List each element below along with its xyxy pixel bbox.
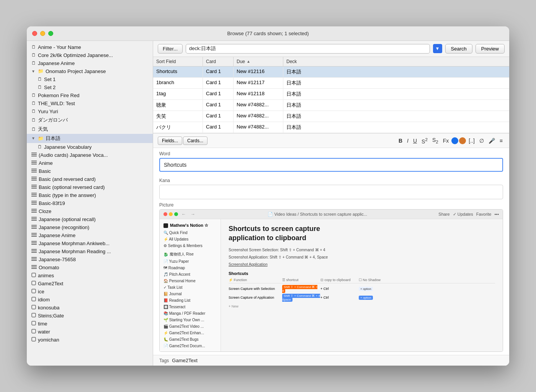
sidebar-item[interactable]: Japanese Anime bbox=[27, 231, 153, 239]
sidebar-item-label: Game2Text bbox=[38, 281, 63, 286]
sidebar-item[interactable]: Basic (and reversed card) bbox=[27, 175, 153, 183]
item-icon bbox=[31, 249, 37, 254]
table-row[interactable]: 失笑Card 1New #74882...日本語 bbox=[153, 111, 509, 122]
table-row[interactable]: バクリCard 1New #74882...日本語 bbox=[153, 122, 509, 133]
menu-button[interactable]: ≡ bbox=[498, 137, 505, 145]
sidebar-item[interactable]: Onomato bbox=[27, 264, 153, 272]
mini-more: ••• bbox=[494, 212, 499, 217]
preview-button[interactable]: Preview bbox=[476, 44, 505, 54]
minimize-button[interactable] bbox=[40, 31, 45, 36]
sidebar-item[interactable]: ▼📁Onomato Project Japanese bbox=[27, 67, 153, 75]
sidebar-item[interactable]: (Audio cards) Japanese Voca... bbox=[27, 151, 153, 159]
fx-button[interactable]: Fx bbox=[441, 137, 451, 145]
svg-rect-28 bbox=[31, 226, 37, 227]
table-row[interactable]: 1tagCard 1New #12118日本語 bbox=[153, 89, 509, 100]
filter-button[interactable]: Filter... bbox=[158, 44, 183, 54]
italic-button[interactable]: I bbox=[405, 137, 410, 145]
bold-button[interactable]: B bbox=[397, 137, 404, 145]
sidebar-item-label: Basic (and reversed card) bbox=[39, 176, 96, 182]
sidebar-item[interactable]: ▼📁日本語 bbox=[27, 134, 153, 143]
sidebar-item[interactable]: Japanese (recognition) bbox=[27, 223, 153, 231]
sidebar-item[interactable]: 🗒Yuru Yuri bbox=[27, 107, 153, 115]
sidebar-item[interactable]: time bbox=[27, 320, 153, 328]
sidebar-item[interactable]: 🗒Set 1 bbox=[27, 75, 153, 83]
search-input[interactable] bbox=[186, 44, 430, 54]
mini-all-updates: ⚡ All Updates bbox=[160, 236, 221, 242]
sidebar-item[interactable]: 🗒Pokemon Fire Red bbox=[27, 91, 153, 99]
sidebar-item[interactable]: Cloze bbox=[27, 207, 153, 215]
sidebar-item[interactable]: Steins;Gate bbox=[27, 312, 153, 320]
sidebar-item[interactable]: Basic-83f19 bbox=[27, 199, 153, 207]
sidebar-item[interactable]: animes bbox=[27, 272, 153, 280]
sidebar-item[interactable]: Japanese-75658 bbox=[27, 255, 153, 264]
color-picker-orange[interactable] bbox=[459, 137, 466, 144]
svg-rect-7 bbox=[31, 170, 37, 171]
col-deck[interactable]: Deck bbox=[283, 57, 509, 66]
mini-th-shadow: ☐ No Shadow bbox=[359, 278, 393, 282]
table-row[interactable]: 聴衆Card 1New #74882...日本語 bbox=[153, 100, 509, 111]
close-button[interactable] bbox=[32, 31, 37, 36]
superscript-button[interactable]: S2 bbox=[420, 136, 430, 146]
sidebar-item[interactable]: 🗒天気 bbox=[27, 125, 153, 134]
sidebar-item[interactable]: water bbox=[27, 328, 153, 336]
sidebar-item[interactable]: konosuba bbox=[27, 304, 153, 312]
sidebar-item[interactable]: Game2Text bbox=[27, 280, 153, 288]
table-cell-card: Card 1 bbox=[203, 67, 234, 77]
mini-new-label: + New bbox=[229, 304, 495, 308]
kana-input[interactable] bbox=[159, 185, 503, 199]
sidebar-item[interactable]: 🗒Japanese Anime bbox=[27, 59, 153, 67]
sidebar-item[interactable]: idiom bbox=[27, 296, 153, 304]
sidebar-item-label: time bbox=[38, 321, 47, 327]
color-picker-blue[interactable] bbox=[451, 137, 458, 144]
tags-value[interactable]: Game2Text bbox=[172, 358, 197, 363]
sidebar-item[interactable]: ice bbox=[27, 288, 153, 296]
sidebar-item[interactable]: 🗒THE_WILD: Test bbox=[27, 99, 153, 107]
sidebar-item[interactable]: Basic (optional reversed card) bbox=[27, 183, 153, 191]
sidebar-item[interactable]: Japanese (optional recall) bbox=[27, 215, 153, 223]
svg-rect-3 bbox=[31, 161, 37, 161]
col-sort-field[interactable]: Sort Field bbox=[153, 57, 203, 66]
item-icon bbox=[31, 224, 37, 230]
sidebar-item[interactable]: 🗒Japanese Vocabulary bbox=[27, 143, 153, 151]
cards-button[interactable]: Cards... bbox=[183, 137, 208, 145]
table-row[interactable]: 1branchCard 1New #12117日本語 bbox=[153, 78, 509, 89]
sidebar-item[interactable]: yomichan bbox=[27, 336, 153, 344]
sidebar-item[interactable]: 🗒ダンガロンバ bbox=[27, 115, 153, 125]
sidebar-item[interactable]: 🗒Anime - Your Name bbox=[27, 43, 153, 51]
sidebar-item[interactable]: Japanese Morphman Ankiweb... bbox=[27, 239, 153, 247]
sidebar-item-label: Japanese Morphman Ankiweb... bbox=[39, 241, 109, 246]
item-icon bbox=[31, 168, 37, 174]
sidebar-item-label: ダンガロンバ bbox=[38, 117, 68, 124]
bracket-button[interactable]: [..] bbox=[467, 137, 477, 145]
item-icon: 🗒 bbox=[31, 60, 36, 66]
item-icon bbox=[31, 176, 37, 182]
maximize-button[interactable] bbox=[48, 31, 53, 36]
sidebar-item-label: Onomato Project Japanese bbox=[46, 68, 106, 74]
sidebar-item-label: idiom bbox=[38, 297, 50, 303]
sidebar-item[interactable]: 🗒Set 2 bbox=[27, 83, 153, 91]
sidebar-item[interactable]: Basic bbox=[27, 167, 153, 175]
word-input[interactable] bbox=[159, 158, 503, 172]
svg-rect-39 bbox=[31, 257, 37, 258]
mini-updates: ✓ Updates bbox=[453, 212, 473, 217]
dropdown-button[interactable]: ▼ bbox=[433, 44, 442, 53]
fields-button[interactable]: Fields... bbox=[158, 137, 182, 145]
underline-button[interactable]: U bbox=[411, 137, 419, 145]
table-row[interactable]: ShortcutsCard 1New #12116日本語 bbox=[153, 67, 509, 78]
sidebar-item-label: Set 2 bbox=[44, 85, 56, 90]
col-due[interactable]: Due ▲ bbox=[234, 57, 283, 66]
sidebar-item[interactable]: Basic (type in the answer) bbox=[27, 191, 153, 199]
sidebar-item[interactable]: Anime bbox=[27, 159, 153, 167]
sidebar-item[interactable]: Japanese Morphman Reading ... bbox=[27, 247, 153, 255]
remove-format-button[interactable]: ∅ bbox=[477, 137, 486, 145]
editor-toolbar: Fields... Cards... B I U S2 S2 Fx [..] ∅… bbox=[153, 133, 509, 148]
col-card[interactable]: Card bbox=[203, 57, 234, 66]
sidebar-item-label: animes bbox=[38, 273, 54, 278]
sidebar-item[interactable]: 🗒Core 2k/6k Optimized Japanese... bbox=[27, 51, 153, 59]
mini-page-title: Shortcuts to screen captureapplication t… bbox=[229, 224, 495, 242]
mic-button[interactable]: 🎤 bbox=[487, 137, 497, 145]
search-button[interactable]: Search bbox=[445, 44, 472, 54]
item-icon: 🗒 bbox=[38, 144, 42, 150]
subscript-button[interactable]: S2 bbox=[430, 136, 440, 145]
sidebar-item-label: Core 2k/6k Optimized Japanese... bbox=[38, 52, 113, 58]
